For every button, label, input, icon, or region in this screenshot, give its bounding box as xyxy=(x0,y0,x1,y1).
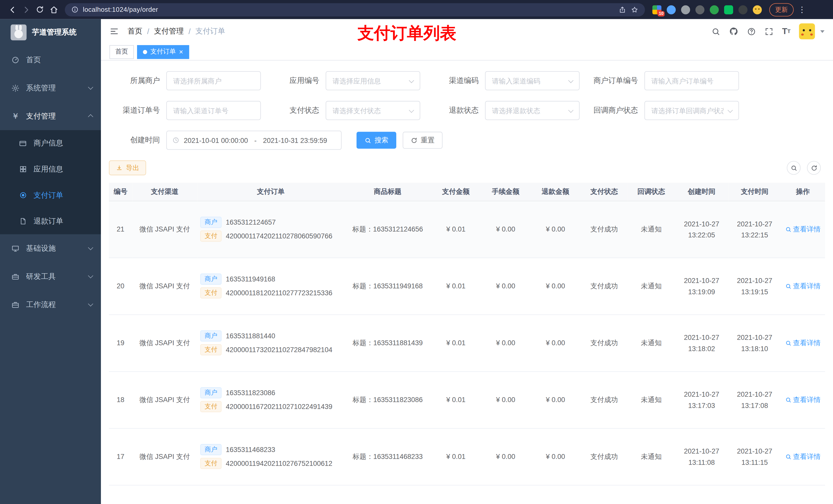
pay-status: 支付成功 xyxy=(580,314,628,371)
table-row[interactable]: 18 微信 JSAPI 支付 商户 1635311823086 支付 42000… xyxy=(109,371,825,428)
view-detail-link[interactable]: 查看详情 xyxy=(785,452,821,461)
extension-dark-icon[interactable] xyxy=(695,5,705,14)
notify-status-select[interactable] xyxy=(645,101,738,120)
view-detail-link[interactable]: 查看详情 xyxy=(785,395,821,404)
browser-forward-button[interactable] xyxy=(19,3,33,16)
toggle-search-button[interactable] xyxy=(787,161,801,175)
date-range-picker[interactable]: 2021-10-01 00:00:00 - 2021-10-31 23:59:5… xyxy=(166,130,341,150)
refresh-icon xyxy=(411,137,418,144)
sidebar-toggle-button[interactable] xyxy=(110,27,119,36)
browser-home-button[interactable] xyxy=(47,3,61,16)
extension-blue-icon[interactable] xyxy=(667,5,676,14)
notify-status: 未通知 xyxy=(628,428,675,485)
header-search-button[interactable] xyxy=(711,27,720,36)
clock-icon xyxy=(172,137,180,144)
tab-home[interactable]: 首页 xyxy=(110,45,134,58)
navbar-actions: TT xyxy=(711,23,825,39)
sidebar-item-payment[interactable]: ￥ 支付管理 xyxy=(0,102,101,130)
browser-back-button[interactable] xyxy=(5,3,19,16)
order-id xyxy=(109,485,132,504)
app-logo[interactable]: 芋道管理系统 xyxy=(0,19,101,46)
sidebar-item-pay-order[interactable]: 支付订单 xyxy=(0,182,101,208)
address-bar[interactable]: localhost:1024/pay/order xyxy=(65,3,645,16)
table-row[interactable]: 商户 1635311357196 xyxy=(109,485,825,504)
extension-grey-icon[interactable] xyxy=(681,5,690,14)
channel-order-no-input[interactable] xyxy=(167,101,260,120)
sidebar-item-refund-order[interactable]: 退款订单 xyxy=(0,208,101,234)
browser-update-button[interactable]: 更新 xyxy=(769,3,793,16)
pay-tag: 支付 xyxy=(200,401,221,412)
extension-emoji-icon[interactable] xyxy=(753,5,762,14)
merchant-input[interactable] xyxy=(167,72,260,90)
pay-status-select[interactable] xyxy=(326,101,420,120)
refresh-table-button[interactable] xyxy=(807,161,821,175)
extension-black-icon[interactable] xyxy=(738,5,747,14)
reset-button[interactable]: 重置 xyxy=(403,131,443,148)
fee-amount xyxy=(481,485,530,504)
sidebar-item-workflow[interactable]: 工作流程 xyxy=(0,290,101,318)
bookmark-star-icon[interactable] xyxy=(630,6,639,14)
action-cell: 查看详情 xyxy=(781,201,825,258)
user-avatar[interactable] xyxy=(799,23,815,39)
view-detail-link[interactable]: 查看详情 xyxy=(785,338,821,347)
sidebar-item-merchant-info[interactable]: 商户信息 xyxy=(0,130,101,156)
app-id-select[interactable] xyxy=(326,72,420,90)
view-detail-link[interactable]: 查看详情 xyxy=(785,281,821,291)
sidebar-item-infra[interactable]: 基础设施 xyxy=(0,234,101,263)
merchant-order-no-input[interactable] xyxy=(645,72,738,90)
search-icon xyxy=(711,27,720,36)
share-icon[interactable] xyxy=(618,6,626,14)
fullscreen-button[interactable] xyxy=(765,27,774,36)
merchant-tag: 商户 xyxy=(200,387,221,399)
search-button[interactable]: 搜索 xyxy=(357,131,397,148)
active-tab-dot xyxy=(143,50,147,54)
export-button[interactable]: 导出 xyxy=(109,160,146,175)
pay-order-cell: 商户 1635311468233 支付 42000011942021102767… xyxy=(197,428,344,485)
help-button[interactable] xyxy=(747,27,756,36)
breadcrumb-pay-mgmt[interactable]: 支付管理 xyxy=(154,27,184,36)
extension-green-icon[interactable] xyxy=(710,5,719,14)
order-id: 19 xyxy=(109,314,132,371)
browser-chrome: localhost:1024/pay/order 10 更新 ⋮ xyxy=(0,0,833,19)
table-row[interactable]: 19 微信 JSAPI 支付 商户 1635311881440 支付 42000… xyxy=(109,314,825,371)
date-start-value[interactable]: 2021-10-01 00:00:00 xyxy=(184,136,248,144)
sidebar-item-system[interactable]: 系统管理 xyxy=(0,74,101,102)
view-detail-link[interactable]: 查看详情 xyxy=(785,224,821,234)
font-size-button[interactable]: TT xyxy=(782,27,790,35)
extension-grid-icon[interactable]: 10 xyxy=(652,5,661,14)
tab-close-icon[interactable]: × xyxy=(179,48,183,55)
sidebar-item-devtools[interactable]: 研发工具 xyxy=(0,263,101,291)
table-header-row: 编号 支付渠道 支付订单 商品标题 支付金额 手续金额 退款金额 支付状态 回调… xyxy=(109,183,825,201)
merchant-tag: 商户 xyxy=(200,330,221,342)
sidebar-item-home[interactable]: 首页 xyxy=(0,46,101,74)
tab-pay-order[interactable]: 支付订单 × xyxy=(137,45,189,58)
monitor-icon xyxy=(10,244,20,253)
breadcrumb: 首页 / 支付管理 / 支付订单 xyxy=(127,27,225,36)
github-button[interactable] xyxy=(729,27,738,36)
refund-status-select[interactable] xyxy=(486,101,579,120)
payment-submenu: 商户信息 应用信息 支付订单 xyxy=(0,130,101,234)
date-end-value[interactable]: 2021-10-31 23:59:59 xyxy=(263,136,327,144)
sidebar-item-app-info[interactable]: 应用信息 xyxy=(0,156,101,182)
action-cell: 查看详情 xyxy=(781,258,825,314)
yen-icon: ￥ xyxy=(10,112,20,121)
merchant-order-no: 1635311949168 xyxy=(226,275,276,283)
search-icon xyxy=(785,340,791,346)
toolbox-icon xyxy=(10,272,20,281)
chevron-down-icon xyxy=(88,85,93,90)
pay-order-cell: 商户 1635311881440 支付 42000011732021102728… xyxy=(197,314,344,371)
site-info-icon[interactable] xyxy=(71,6,79,13)
browser-reload-button[interactable] xyxy=(33,3,47,16)
pay-time: 2021-10-27 13:11:15 xyxy=(729,428,781,485)
table-row[interactable]: 17 微信 JSAPI 支付 商户 1635311468233 支付 42000… xyxy=(109,428,825,485)
table-row[interactable]: 21 微信 JSAPI 支付 商户 1635312124657 支付 42000… xyxy=(109,201,825,258)
browser-menu-icon[interactable]: ⋮ xyxy=(798,5,806,14)
merchant-tag: 商户 xyxy=(200,444,221,455)
app-title: 芋道管理系统 xyxy=(32,28,76,37)
channel-code-select[interactable] xyxy=(486,72,579,90)
table-row[interactable]: 20 微信 JSAPI 支付 商户 1635311949168 支付 42000… xyxy=(109,258,825,314)
breadcrumb-home[interactable]: 首页 xyxy=(127,27,142,36)
extension-chat-icon[interactable] xyxy=(724,5,733,14)
url-text: localhost:1024/pay/order xyxy=(83,6,158,13)
avatar-caret-icon[interactable] xyxy=(820,30,825,32)
